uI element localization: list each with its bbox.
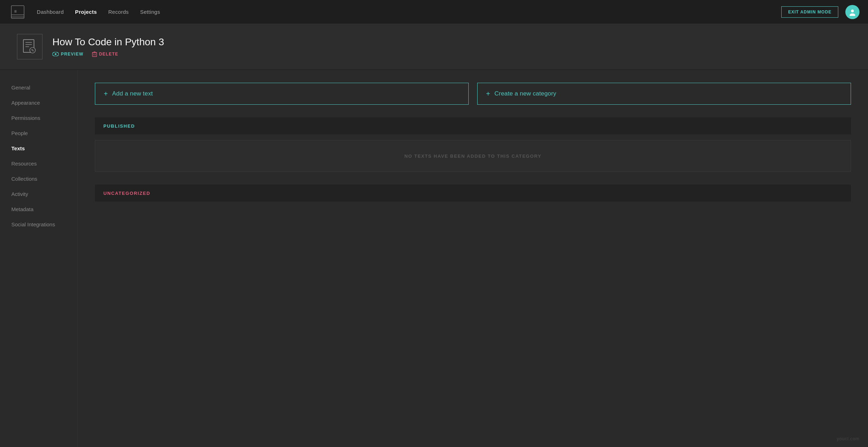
add-text-plus-icon: + bbox=[104, 90, 108, 97]
footer-watermark: youcl.com bbox=[837, 436, 860, 441]
nav-settings[interactable]: Settings bbox=[140, 9, 160, 15]
sidebar-item-people[interactable]: People bbox=[0, 126, 78, 141]
svg-point-5 bbox=[850, 13, 855, 16]
delete-link[interactable]: DELETE bbox=[92, 51, 119, 57]
svg-rect-0 bbox=[11, 6, 24, 18]
uncategorized-label: UNCATEGORIZED bbox=[103, 191, 150, 196]
logo[interactable]: ≡ bbox=[8, 3, 27, 21]
sidebar: General Appearance Permissions People Te… bbox=[0, 70, 78, 447]
svg-point-4 bbox=[851, 10, 854, 12]
preview-label: PREVIEW bbox=[61, 52, 84, 57]
topnav: ≡ Dashboard Projects Records Settings EX… bbox=[0, 0, 868, 24]
sidebar-item-activity[interactable]: Activity bbox=[0, 186, 78, 202]
svg-point-13 bbox=[55, 53, 57, 55]
add-text-label: Add a new text bbox=[112, 90, 153, 97]
project-header: ✎ How To Code in Python 3 PREVIEW bbox=[0, 24, 868, 70]
sidebar-item-resources[interactable]: Resources bbox=[0, 156, 78, 171]
sidebar-item-collections[interactable]: Collections bbox=[0, 171, 78, 186]
published-label: PUBLISHED bbox=[103, 123, 135, 129]
sidebar-item-permissions[interactable]: Permissions bbox=[0, 110, 78, 126]
preview-link[interactable]: PREVIEW bbox=[52, 52, 84, 57]
svg-rect-14 bbox=[92, 53, 97, 57]
project-title: How To Code in Python 3 bbox=[52, 36, 164, 48]
create-category-plus-icon: + bbox=[486, 90, 490, 97]
create-category-button[interactable]: + Create a new category bbox=[477, 83, 851, 105]
sidebar-item-social-integrations[interactable]: Social Integrations bbox=[0, 217, 78, 232]
main-content: + Add a new text + Create a new category… bbox=[78, 70, 868, 447]
sidebar-item-texts[interactable]: Texts bbox=[0, 141, 78, 156]
project-actions: PREVIEW DELETE bbox=[52, 51, 164, 57]
avatar[interactable] bbox=[845, 5, 860, 19]
topnav-right: EXIT ADMIN MODE bbox=[781, 5, 860, 19]
svg-text:≡: ≡ bbox=[14, 9, 17, 14]
empty-category-message: NO TEXTS HAVE BEEN ADDED TO THIS CATEGOR… bbox=[404, 153, 541, 159]
project-info: How To Code in Python 3 PREVIEW DELETE bbox=[52, 36, 164, 57]
svg-text:✎: ✎ bbox=[31, 48, 34, 52]
create-category-label: Create a new category bbox=[495, 90, 556, 97]
project-icon: ✎ bbox=[17, 34, 42, 59]
sidebar-item-metadata[interactable]: Metadata bbox=[0, 202, 78, 217]
nav-records[interactable]: Records bbox=[108, 9, 129, 15]
nav-dashboard[interactable]: Dashboard bbox=[37, 9, 64, 15]
delete-label: DELETE bbox=[99, 52, 119, 57]
empty-category-box: NO TEXTS HAVE BEEN ADDED TO THIS CATEGOR… bbox=[95, 140, 851, 172]
nav-projects[interactable]: Projects bbox=[75, 9, 97, 15]
add-new-text-button[interactable]: + Add a new text bbox=[95, 83, 469, 105]
uncategorized-section-header: UNCATEGORIZED bbox=[95, 185, 851, 202]
sidebar-item-general[interactable]: General bbox=[0, 80, 78, 95]
published-section-header: PUBLISHED bbox=[95, 117, 851, 134]
action-buttons: + Add a new text + Create a new category bbox=[95, 83, 851, 105]
nav-links: Dashboard Projects Records Settings bbox=[37, 9, 781, 15]
sidebar-item-appearance[interactable]: Appearance bbox=[0, 95, 78, 110]
main-layout: General Appearance Permissions People Te… bbox=[0, 70, 868, 447]
exit-admin-button[interactable]: EXIT ADMIN MODE bbox=[781, 6, 838, 18]
